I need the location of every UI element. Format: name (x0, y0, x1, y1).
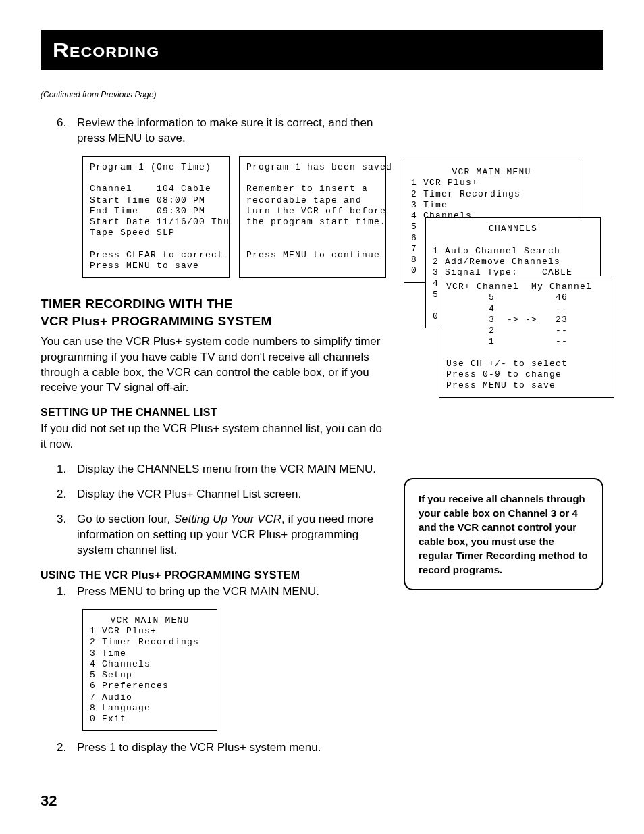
step-number: 1. (57, 584, 77, 600)
step-number: 2. (57, 487, 77, 502)
osd-program-review: Program 1 (One Time) Channel 104 Cable S… (82, 156, 230, 278)
osd-main-menu-wrap: VCR MAIN MENU1 VCR Plus+ 2 Timer Recordi… (82, 609, 386, 731)
osd-program-saved: Program 1 has been saved Remember to ins… (239, 156, 386, 278)
osd-main-body: 1 VCR Plus+ 2 Timer Recordings 3 Time 4 … (90, 626, 199, 724)
osd-layer3-head: VCR+ Channel My Channel (446, 282, 592, 292)
section-header: Recording (41, 30, 603, 70)
heading-line2c: + PROGRAMMING SYSTEM (100, 314, 272, 328)
step3-ital: , Setting Up Your VCR (167, 513, 281, 525)
osd-main-menu: VCR MAIN MENU1 VCR Plus+ 2 Timer Recordi… (82, 609, 217, 731)
step-number: 6. (57, 115, 77, 147)
osd-layered-stack: VCR MAIN MENU1 VCR Plus+ 2 Timer Recordi… (404, 161, 603, 377)
setup-step-3: 3. Go to section four, Setting Up Your V… (57, 512, 386, 558)
using-title-a: USING THE VCR P (41, 569, 138, 581)
step-text: Press 1 to display the VCR Plus+ system … (77, 740, 386, 756)
osd-layer3-body: 5 46 4 -- 3 -> -> 23 2 -- 1 -- Use CH +/… (446, 292, 568, 390)
heading-line2b: lus (81, 314, 100, 328)
heading-setup-channel-list: SETTING UP THE CHANNEL LIST (41, 407, 386, 419)
left-column: (Continued from Previous Page) 6. Review… (41, 90, 386, 765)
setup-step-2: 2. Display the VCR Plus+ Channel List sc… (57, 487, 386, 502)
page-number: 32 (41, 792, 57, 810)
step-6: 6. Review the information to make sure i… (57, 115, 386, 147)
using-title-c: + PROGRAMMING SYSTEM (155, 569, 300, 581)
note-box: If you receive all channels through your… (404, 478, 603, 590)
setup-intro: If you did not set up the VCR Plus+ syst… (41, 421, 386, 452)
heading-using-vcrplus: USING THE VCR Plus+ PROGRAMMING SYSTEM (41, 569, 386, 581)
timer-intro: You can use the VCR Plus+ system code nu… (41, 334, 386, 396)
osd-layer-channellist: VCR+ Channel My Channel 5 46 4 -- 3 -> -… (439, 276, 614, 398)
using-step-2: 2. Press 1 to display the VCR Plus+ syst… (57, 740, 386, 756)
osd-layer1-title: VCR MAIN MENU (411, 167, 572, 178)
heading-line2a: VCR P (41, 314, 81, 328)
osd-layer2-title: CHANNELS (433, 224, 593, 234)
content-container: (Continued from Previous Page) 6. Review… (41, 90, 603, 765)
step-text: Go to section four, Setting Up Your VCR,… (77, 512, 386, 558)
step-number: 3. (57, 512, 77, 558)
section-title: Recording (53, 38, 159, 61)
right-column: VCR MAIN MENU1 VCR Plus+ 2 Timer Recordi… (404, 90, 603, 765)
setup-step-1: 1. Display the CHANNELS menu from the VC… (57, 462, 386, 477)
osd-main-title: VCR MAIN MENU (90, 615, 210, 626)
continued-note: (Continued from Previous Page) (41, 90, 386, 99)
step-text: Display the VCR Plus+ Channel List scree… (77, 487, 386, 502)
step-text: Press MENU to bring up the VCR MAIN MENU… (77, 584, 386, 600)
using-step-1: 1. Press MENU to bring up the VCR MAIN M… (57, 584, 386, 600)
step-text: Display the CHANNELS menu from the VCR M… (77, 462, 386, 477)
using-title-b: lus (138, 569, 155, 581)
step-number: 2. (57, 740, 77, 756)
heading-line1: TIMER RECORDING WITH THE (41, 296, 233, 311)
heading-timer-recording: TIMER RECORDING WITH THE VCR Plus+ PROGR… (41, 295, 386, 330)
step3-pre: Go to section four (77, 513, 167, 525)
step-number: 1. (57, 462, 77, 477)
osd-row: Program 1 (One Time) Channel 104 Cable S… (82, 156, 386, 278)
step-text: Review the information to make sure it i… (77, 115, 386, 147)
